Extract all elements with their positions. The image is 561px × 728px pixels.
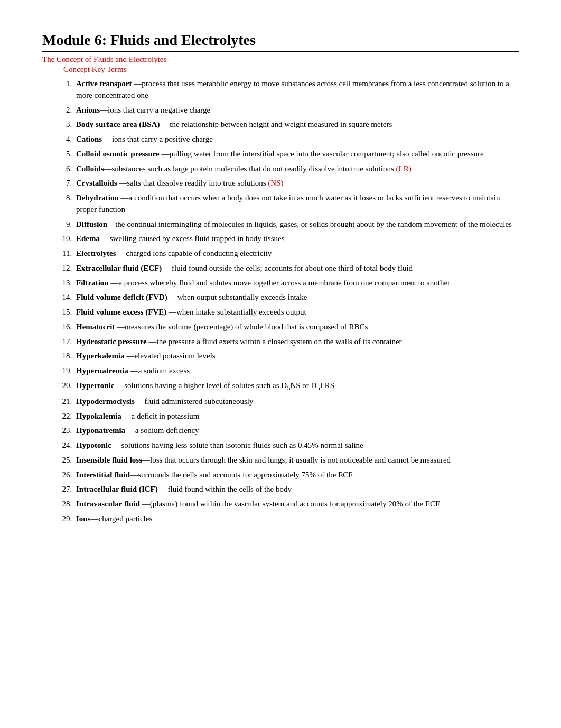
list-item: Active transport —process that uses meta… xyxy=(74,78,519,102)
list-item: Colloid osmotic pressure —pulling water … xyxy=(74,149,519,160)
list-item: Fluid volume deficit (FVD) —when output … xyxy=(74,292,519,303)
list-item: Intracellular fluid (ICF) —fluid found w… xyxy=(74,484,519,495)
list-item: Body surface area (BSA) —the relationshi… xyxy=(74,119,519,131)
list-item: Filtration —a process whereby fluid and … xyxy=(74,278,519,289)
list-item: Hypertonic —solutions having a higher le… xyxy=(74,380,519,393)
list-item: Anions—ions that carry a negative charge xyxy=(74,105,519,116)
list-item: Electrolytes —charged ions capable of co… xyxy=(74,248,519,260)
concept-subtitle: Concept Key Terms xyxy=(63,65,519,74)
concept-title: The Concept of Fluids and Electrolytes xyxy=(42,55,519,64)
module-title: Module 6: Fluids and Electrolytes xyxy=(42,32,519,52)
list-item: Diffusion—the continual intermingling of… xyxy=(74,219,519,231)
list-item: Hyperkalemia —elevated potassium levels xyxy=(74,351,519,362)
terms-list: Active transport —process that uses meta… xyxy=(74,78,519,525)
list-item: Dehydration —a condition that occurs whe… xyxy=(74,192,519,216)
list-item: Hypotonic —solutions having less solute … xyxy=(74,440,519,451)
list-item: Fluid volume excess (FVE) —when intake s… xyxy=(74,307,519,318)
list-item: Edema —swelling caused by excess fluid t… xyxy=(74,233,519,245)
list-item: Hypernatremia —a sodium excess xyxy=(74,365,519,377)
list-item: Extracellular fluid (ECF) —fluid found o… xyxy=(74,263,519,274)
list-item: Interstitial fluid—surrounds the cells a… xyxy=(74,469,519,481)
list-item: Hypokalemia —a deficit in potassium xyxy=(74,411,519,422)
list-item: Intravascular fluid —(plasma) found with… xyxy=(74,499,519,510)
list-item: Ions—charged particles xyxy=(74,513,519,525)
list-item: Hyponatremia —a sodium deficiency xyxy=(74,425,519,437)
list-item: Hypodermoclysis —fluid administered subc… xyxy=(74,396,519,408)
list-item: Cations —ions that carry a positive char… xyxy=(74,134,519,145)
list-item: Hematocrit —measures the volume (percent… xyxy=(74,321,519,333)
list-item: Hydrostatic pressure —the pressure a flu… xyxy=(74,336,519,348)
list-item: Crystalloids —salts that dissolve readil… xyxy=(74,178,519,189)
list-item: Colloids—substances such as large protei… xyxy=(74,163,519,175)
list-item: Insensible fluid loss—loss that occurs t… xyxy=(74,455,519,466)
